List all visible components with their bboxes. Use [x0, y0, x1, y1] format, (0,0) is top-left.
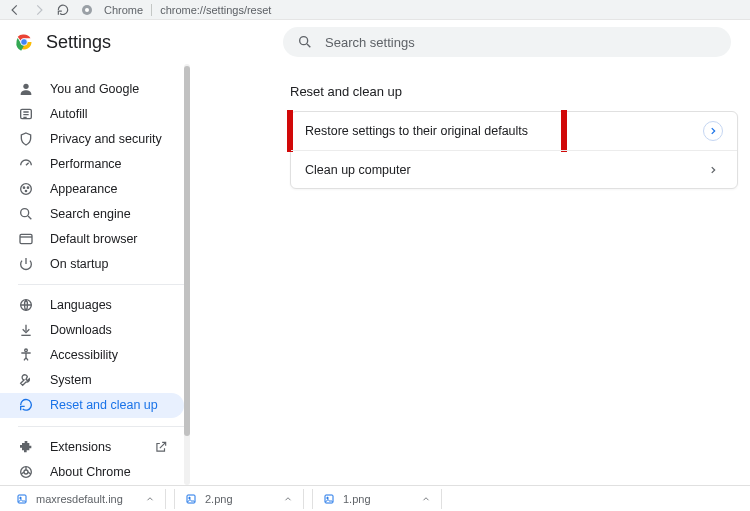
search-settings-box[interactable]: Search settings: [283, 27, 731, 57]
browser-label: Chrome: [104, 4, 143, 16]
downloads-shelf: maxresdefault.ing 2.png 1.png: [0, 485, 750, 511]
svg-point-15: [25, 349, 28, 352]
sidebar-item-search-engine[interactable]: Search engine: [0, 201, 184, 226]
svg-point-1: [85, 8, 89, 12]
power-icon: [18, 256, 34, 272]
autofill-icon: [18, 106, 34, 122]
row-label: Clean up computer: [305, 163, 411, 177]
sidebar-item-label: About Chrome: [50, 465, 131, 479]
chrome-logo-icon: [14, 32, 34, 52]
chevron-up-icon[interactable]: [145, 494, 155, 504]
sidebar: You and Google Autofill Privacy and secu…: [0, 64, 184, 485]
svg-point-12: [21, 208, 29, 216]
main-content: Reset and clean up Restore settings to t…: [184, 64, 750, 485]
accessibility-icon: [18, 347, 34, 363]
section-title: Reset and clean up: [290, 84, 750, 99]
sidebar-item-label: Search engine: [50, 207, 131, 221]
chevron-up-icon[interactable]: [421, 494, 431, 504]
sidebar-item-accessibility[interactable]: Accessibility: [0, 343, 184, 368]
sidebar-item-appearance[interactable]: Appearance: [0, 176, 184, 201]
scrollbar-thumb[interactable]: [184, 66, 190, 436]
browser-toolbar: Chrome chrome://settings/reset: [0, 0, 750, 20]
sidebar-item-label: Reset and clean up: [50, 398, 158, 412]
person-icon: [18, 81, 34, 97]
search-icon: [18, 206, 34, 222]
sidebar-item-label: Languages: [50, 298, 112, 312]
back-icon[interactable]: [8, 3, 22, 17]
sidebar-item-extensions[interactable]: Extensions: [0, 435, 184, 460]
svg-point-8: [21, 183, 32, 194]
page-title: Settings: [46, 32, 111, 53]
search-placeholder: Search settings: [325, 35, 415, 50]
shelf-item-label: maxresdefault.ing: [36, 493, 123, 505]
chevron-up-icon[interactable]: [283, 494, 293, 504]
sidebar-item-label: On startup: [50, 257, 108, 271]
shelf-item[interactable]: maxresdefault.ing: [6, 489, 166, 509]
reload-icon[interactable]: [56, 3, 70, 17]
svg-point-11: [25, 190, 26, 191]
clean-up-computer-row[interactable]: Clean up computer: [291, 150, 737, 188]
svg-rect-13: [20, 234, 32, 243]
sidebar-item-label: You and Google: [50, 82, 139, 96]
sidebar-item-label: Accessibility: [50, 348, 118, 362]
sidebar-item-you-and-google[interactable]: You and Google: [0, 76, 184, 101]
restore-icon: [18, 397, 34, 413]
sidebar-item-label: Extensions: [50, 440, 111, 454]
sidebar-item-label: Performance: [50, 157, 122, 171]
extension-icon: [18, 439, 34, 455]
image-file-icon: [16, 493, 28, 505]
shelf-item[interactable]: 1.png: [312, 489, 442, 509]
shelf-item-label: 1.png: [343, 493, 371, 505]
settings-card: Restore settings to their original defau…: [290, 111, 738, 189]
page-header: Settings Search settings: [0, 20, 750, 64]
url-text: chrome://settings/reset: [160, 4, 271, 16]
palette-icon: [18, 181, 34, 197]
svg-point-19: [20, 497, 22, 499]
row-label: Restore settings to their original defau…: [305, 124, 528, 138]
browser-icon: [18, 231, 34, 247]
sidebar-item-system[interactable]: System: [0, 368, 184, 393]
shelf-item[interactable]: 2.png: [174, 489, 304, 509]
sidebar-item-on-startup[interactable]: On startup: [0, 251, 184, 276]
sidebar-item-downloads[interactable]: Downloads: [0, 318, 184, 343]
shelf-item-label: 2.png: [205, 493, 233, 505]
sidebar-item-label: System: [50, 373, 92, 387]
svg-point-5: [300, 37, 308, 45]
sidebar-item-default-browser[interactable]: Default browser: [0, 226, 184, 251]
sidebar-item-label: Downloads: [50, 323, 112, 337]
download-icon: [18, 322, 34, 338]
image-file-icon: [323, 493, 335, 505]
divider: [151, 4, 152, 16]
chrome-mono-icon: [18, 464, 34, 480]
svg-point-23: [327, 497, 329, 499]
sidebar-item-label: Privacy and security: [50, 132, 162, 146]
svg-point-10: [27, 187, 28, 188]
arrow-right-icon: [703, 160, 723, 180]
shield-icon: [18, 131, 34, 147]
sidebar-item-languages[interactable]: Languages: [0, 293, 184, 318]
sidebar-item-performance[interactable]: Performance: [0, 151, 184, 176]
divider: [18, 426, 184, 427]
sidebar-item-autofill[interactable]: Autofill: [0, 101, 184, 126]
forward-icon[interactable]: [32, 3, 46, 17]
sidebar-item-reset[interactable]: Reset and clean up: [0, 393, 184, 418]
arrow-right-icon: [703, 121, 723, 141]
svg-point-17: [24, 470, 28, 474]
sidebar-item-label: Appearance: [50, 182, 117, 196]
sidebar-item-about[interactable]: About Chrome: [0, 460, 184, 485]
sidebar-item-label: Autofill: [50, 107, 88, 121]
sidebar-item-label: Default browser: [50, 232, 138, 246]
divider: [18, 284, 184, 285]
omnibox[interactable]: Chrome chrome://settings/reset: [104, 4, 271, 16]
image-file-icon: [185, 493, 197, 505]
wrench-icon: [18, 372, 34, 388]
svg-point-21: [189, 497, 191, 499]
svg-point-9: [23, 187, 24, 188]
sidebar-scrollbar[interactable]: [184, 64, 190, 485]
search-icon: [297, 34, 313, 50]
svg-point-6: [23, 83, 28, 88]
sidebar-item-privacy[interactable]: Privacy and security: [0, 126, 184, 151]
speedometer-icon: [18, 156, 34, 172]
open-in-new-icon: [154, 440, 168, 454]
restore-defaults-row[interactable]: Restore settings to their original defau…: [291, 112, 737, 150]
